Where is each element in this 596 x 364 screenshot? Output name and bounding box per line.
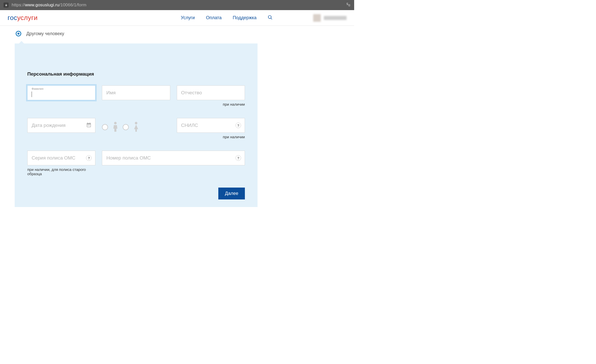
user-menu[interactable] xyxy=(313,14,347,22)
section-title: Персональная информация xyxy=(27,71,245,77)
translate-icon[interactable] xyxy=(346,2,351,8)
birthdate-field[interactable]: Дата рождения xyxy=(27,118,95,133)
surname-field[interactable]: Фамилия xyxy=(27,85,95,100)
oms-series-field[interactable]: Серия полиса ОМС ? xyxy=(27,151,95,165)
patronymic-field[interactable]: Отчество xyxy=(177,85,245,100)
svg-point-0 xyxy=(268,15,271,18)
oms-series-help-icon[interactable]: ? xyxy=(86,155,92,161)
form-panel: Персональная информация Фамилия Имя Отче… xyxy=(15,43,258,207)
text-caret xyxy=(32,92,32,97)
oms-number-field[interactable]: Номер полиса ОМС ? xyxy=(102,151,245,165)
svg-line-1 xyxy=(271,18,272,19)
calendar-icon[interactable] xyxy=(86,122,92,129)
snils-help-icon[interactable]: ? xyxy=(236,123,241,128)
name-field[interactable]: Имя xyxy=(102,85,170,100)
nav-support[interactable]: Поддержка xyxy=(233,15,257,20)
patronymic-hint: при наличии xyxy=(177,102,245,106)
lock-icon xyxy=(4,3,9,8)
user-name xyxy=(324,16,347,20)
snils-field[interactable]: СНИЛС ? xyxy=(177,118,245,133)
browser-address-bar: https://www.gosuslugi.ru/10066/1/form xyxy=(0,0,354,10)
svg-point-3 xyxy=(135,122,137,124)
recipient-radio-row: Другому человеку xyxy=(16,31,345,36)
svg-point-2 xyxy=(114,122,117,124)
oms-series-hint: при наличии, для полиса старого образца xyxy=(27,167,95,176)
nav-payment[interactable]: Оплата xyxy=(206,15,222,20)
search-icon[interactable] xyxy=(268,15,273,21)
url-display[interactable]: https://www.gosuslugi.ru/10066/1/form xyxy=(12,3,343,8)
site-logo[interactable]: госуслуги xyxy=(8,14,38,22)
nav-services[interactable]: Услуги xyxy=(181,15,195,20)
site-header: госуслуги Услуги Оплата Поддержка xyxy=(0,10,354,26)
main-nav: Услуги Оплата Поддержка xyxy=(181,15,273,21)
radio-other-person[interactable] xyxy=(16,31,21,36)
female-icon xyxy=(133,122,139,133)
submit-button[interactable]: Далее xyxy=(218,188,245,199)
gender-female-radio[interactable] xyxy=(123,124,129,130)
gender-male-radio[interactable] xyxy=(102,124,108,130)
snils-hint: при наличии xyxy=(177,135,245,139)
surname-label: Фамилия xyxy=(32,87,44,90)
radio-other-person-label: Другому человеку xyxy=(26,31,64,36)
avatar xyxy=(313,14,321,22)
oms-number-help-icon[interactable]: ? xyxy=(236,155,241,161)
male-icon xyxy=(112,122,119,133)
